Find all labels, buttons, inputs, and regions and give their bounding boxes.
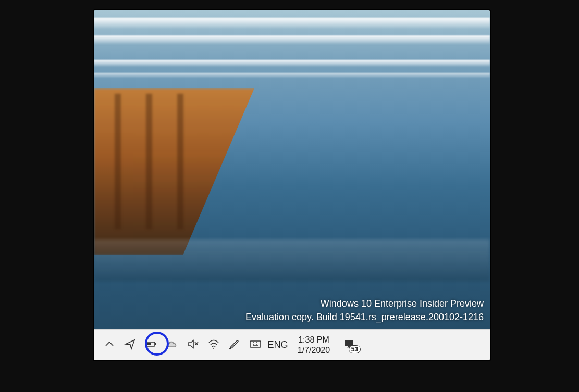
wallpaper-wave — [94, 35, 490, 45]
desktop-frame: Windows 10 Enterprise Insider Preview Ev… — [94, 10, 490, 360]
clock-date: 1/7/2020 — [298, 345, 330, 356]
watermark-build: Evaluation copy. Build 19541.rs_prerelea… — [245, 310, 484, 324]
volume-muted-icon — [187, 338, 199, 352]
chevron-up-icon — [103, 338, 116, 352]
clock-time: 1:38 PM — [298, 335, 329, 345]
battery-tray-button[interactable] — [141, 335, 162, 356]
action-center-button[interactable]: 53 — [338, 335, 361, 356]
wallpaper-detail — [146, 94, 152, 229]
wallpaper-detail — [94, 239, 490, 281]
location-tray-button[interactable] — [120, 335, 141, 356]
svg-point-3 — [213, 348, 214, 349]
touch-keyboard-icon — [249, 338, 262, 352]
language-label: ENG — [267, 339, 288, 350]
wallpaper-wave — [94, 18, 490, 29]
wallpaper-detail — [115, 94, 121, 229]
cloud-icon — [166, 338, 178, 352]
wifi-icon — [207, 338, 220, 352]
input-language-button[interactable]: ENG — [266, 335, 290, 356]
location-arrow-icon — [124, 338, 137, 352]
windows-ink-tray-button[interactable] — [224, 335, 245, 356]
svg-rect-1 — [155, 343, 156, 345]
screen: Windows 10 Enterprise Insider Preview Ev… — [0, 0, 579, 392]
desktop-wallpaper[interactable]: Windows 10 Enterprise Insider Preview Ev… — [94, 10, 490, 329]
watermark-title: Windows 10 Enterprise Insider Preview — [245, 297, 484, 310]
wallpaper-wave — [94, 73, 490, 78]
volume-tray-button[interactable] — [182, 335, 203, 356]
onedrive-tray-button[interactable] — [162, 335, 182, 356]
svg-rect-2 — [147, 343, 151, 345]
touch-keyboard-tray-button[interactable] — [245, 335, 266, 356]
taskbar: ENG 1:38 PM 1/7/2020 53 — [94, 329, 490, 360]
tray-overflow-button[interactable] — [99, 335, 120, 356]
clock-tray-button[interactable]: 1:38 PM 1/7/2020 — [290, 335, 338, 356]
battery-icon — [145, 338, 157, 352]
wallpaper-detail — [177, 94, 183, 229]
wifi-tray-button[interactable] — [203, 335, 224, 356]
build-watermark: Windows 10 Enterprise Insider Preview Ev… — [245, 297, 484, 324]
wallpaper-wave — [94, 60, 490, 67]
pen-icon — [228, 338, 241, 352]
notification-count-badge: 53 — [349, 345, 361, 353]
